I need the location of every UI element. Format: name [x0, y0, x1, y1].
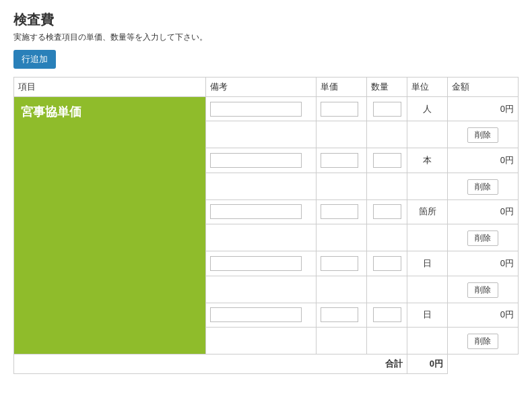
- notes-del-2: [205, 173, 317, 199]
- amount-del-5: 削除: [448, 327, 519, 354]
- amount-value-4: 0円: [500, 258, 514, 268]
- qty-del-2: [367, 173, 407, 199]
- qty-input-2[interactable]: [373, 153, 401, 168]
- notes-cell-4: [205, 251, 317, 276]
- amount-value-5: 0円: [500, 309, 514, 319]
- notes-del-1: [205, 121, 317, 148]
- amount-cell-4: 0円: [448, 251, 519, 276]
- qty-del-5: [367, 327, 407, 354]
- unit-value-1: 人: [423, 104, 432, 114]
- amount-del-1: 削除: [448, 121, 519, 148]
- unit-del-1: [407, 121, 448, 148]
- notes-cell-2: [205, 148, 317, 173]
- unit-del-2: [407, 173, 448, 199]
- amount-del-4: 削除: [448, 276, 519, 303]
- notes-input-1[interactable]: [210, 102, 302, 117]
- unit-cell-1: 人: [407, 97, 448, 121]
- amount-value-1: 0円: [500, 104, 514, 114]
- add-row-button[interactable]: 行追加: [13, 50, 56, 69]
- table-row: 宮事協単価 人 0円: [14, 97, 519, 121]
- notes-del-4: [205, 276, 317, 303]
- price-input-3[interactable]: [321, 204, 358, 219]
- unit-value-5: 日: [423, 309, 432, 319]
- notes-cell-1: [205, 97, 317, 121]
- amount-cell-1: 0円: [448, 97, 519, 121]
- delete-button-2[interactable]: 削除: [467, 179, 498, 195]
- amount-value-3: 0円: [500, 206, 514, 216]
- quantity-cell-3: [367, 199, 407, 224]
- price-del-1: [317, 121, 367, 148]
- total-amount: 0円: [407, 354, 448, 374]
- price-cell-4: [317, 251, 367, 276]
- unit-value-2: 本: [423, 155, 432, 165]
- qty-del-4: [367, 276, 407, 303]
- inspection-table: 項目 備考 単価 数量 単位 金額 宮事協単価 人 0円 削除: [13, 77, 519, 374]
- qty-input-1[interactable]: [373, 102, 401, 117]
- unit-del-3: [407, 224, 448, 251]
- notes-input-2[interactable]: [210, 153, 302, 168]
- unit-cell-2: 本: [407, 148, 448, 173]
- unit-del-4: [407, 276, 448, 303]
- quantity-cell-1: [367, 97, 407, 121]
- price-cell-1: [317, 97, 367, 121]
- qty-input-4[interactable]: [373, 256, 401, 271]
- col-notes: 備考: [205, 78, 317, 97]
- unit-value-4: 日: [423, 258, 432, 268]
- price-cell-3: [317, 199, 367, 224]
- price-input-2[interactable]: [321, 153, 358, 168]
- unit-cell-3: 箇所: [407, 199, 448, 224]
- price-del-2: [317, 173, 367, 199]
- price-del-5: [317, 327, 367, 354]
- quantity-cell-5: [367, 303, 407, 327]
- qty-del-3: [367, 224, 407, 251]
- price-del-4: [317, 276, 367, 303]
- green-label: 宮事協単価: [21, 104, 81, 120]
- col-quantity: 数量: [367, 78, 407, 97]
- notes-input-5[interactable]: [210, 307, 302, 322]
- notes-input-4[interactable]: [210, 256, 302, 271]
- amount-cell-2: 0円: [448, 148, 519, 173]
- price-cell-5: [317, 303, 367, 327]
- qty-input-5[interactable]: [373, 307, 401, 322]
- delete-button-3[interactable]: 削除: [467, 230, 498, 246]
- unit-cell-5: 日: [407, 303, 448, 327]
- green-cell: 宮事協単価: [14, 97, 206, 354]
- delete-button-5[interactable]: 削除: [467, 334, 498, 349]
- col-unit-price: 単価: [317, 78, 367, 97]
- delete-button-4[interactable]: 削除: [467, 282, 498, 298]
- price-del-3: [317, 224, 367, 251]
- price-input-1[interactable]: [321, 102, 358, 117]
- price-input-4[interactable]: [321, 256, 358, 271]
- unit-del-5: [407, 327, 448, 354]
- col-amount: 金額: [448, 78, 519, 97]
- quantity-cell-4: [367, 251, 407, 276]
- qty-input-3[interactable]: [373, 204, 401, 219]
- item-textarea[interactable]: [18, 100, 201, 349]
- notes-cell-5: [205, 303, 317, 327]
- col-item: 項目: [14, 78, 206, 97]
- unit-cell-4: 日: [407, 251, 448, 276]
- total-label: 合計: [14, 354, 407, 374]
- delete-button-1[interactable]: 削除: [467, 127, 498, 143]
- qty-del-1: [367, 121, 407, 148]
- amount-cell-3: 0円: [448, 199, 519, 224]
- notes-cell-3: [205, 199, 317, 224]
- total-row: 合計 0円: [14, 354, 519, 374]
- price-input-5[interactable]: [321, 307, 358, 322]
- unit-value-3: 箇所: [419, 206, 436, 216]
- amount-del-2: 削除: [448, 173, 519, 199]
- quantity-cell-2: [367, 148, 407, 173]
- col-unit: 単位: [407, 78, 448, 97]
- notes-del-5: [205, 327, 317, 354]
- notes-input-3[interactable]: [210, 204, 302, 219]
- notes-del-3: [205, 224, 317, 251]
- amount-cell-5: 0円: [448, 303, 519, 327]
- amount-value-2: 0円: [500, 155, 514, 165]
- page-title: 検査費: [13, 11, 519, 29]
- amount-del-3: 削除: [448, 224, 519, 251]
- page-subtitle: 実施する検査項目の単価、数量等を入力して下さい。: [13, 32, 519, 43]
- price-cell-2: [317, 148, 367, 173]
